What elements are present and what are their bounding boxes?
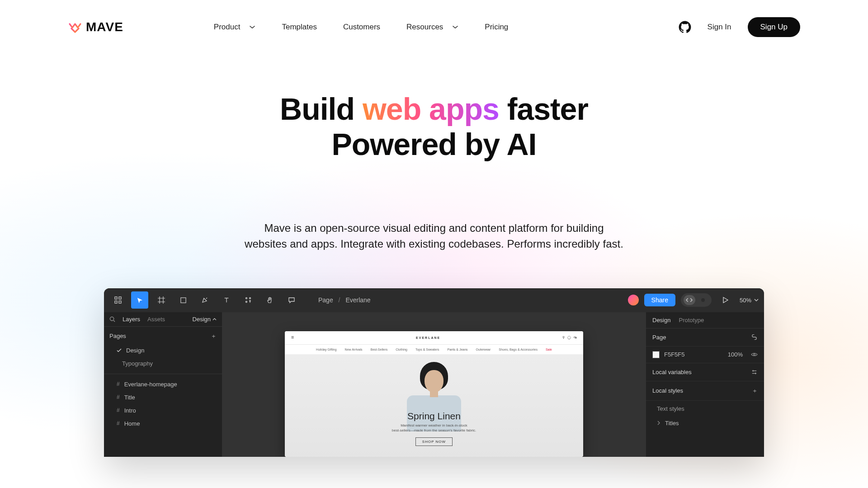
chevron-right-icon xyxy=(657,421,660,425)
chevron-down-icon xyxy=(452,25,458,29)
frame-item[interactable]: # Everlane-homepage xyxy=(104,378,222,391)
layers-tab[interactable]: Layers xyxy=(123,316,140,323)
frame-label: Title xyxy=(124,394,135,401)
nav-label: Resources xyxy=(406,23,443,32)
site-topbar: ☰ EVERLANE ⚲ ◯ 🛍 xyxy=(285,331,583,345)
text-styles-label: Text styles xyxy=(646,401,764,417)
github-icon[interactable] xyxy=(679,21,691,33)
editor-toolbar: Page / Everlane Share 50% xyxy=(104,288,764,312)
svg-point-5 xyxy=(246,298,247,299)
local-styles-label: Local styles xyxy=(652,387,683,394)
avatar[interactable] xyxy=(628,295,639,305)
page-item-design[interactable]: Design xyxy=(104,344,222,357)
frame-icon: # xyxy=(117,381,120,387)
crumb-current: Everlane xyxy=(345,296,370,304)
comment-tool-button[interactable] xyxy=(283,291,300,309)
editor-canvas[interactable]: ☰ EVERLANE ⚲ ◯ 🛍 Holiday GiftingNew Arri… xyxy=(222,312,646,457)
hero-desc-line: Mave is an open-source visual editing an… xyxy=(0,221,868,236)
chevron-up-icon xyxy=(212,318,217,321)
check-icon xyxy=(117,348,122,352)
frame-item[interactable]: # Intro xyxy=(104,404,222,417)
move-tool-button[interactable] xyxy=(131,291,148,309)
color-opacity: 100% xyxy=(728,351,743,358)
eye-icon[interactable] xyxy=(751,352,758,357)
brand-name: MAVE xyxy=(86,20,123,34)
signin-link[interactable]: Sign In xyxy=(708,23,731,32)
editor-preview: Page / Everlane Share 50% xyxy=(104,288,764,457)
hero-line1-part1: Build xyxy=(280,92,363,126)
hero-line2: Powered by AI xyxy=(331,127,536,161)
site-header: MAVE Product Templates Customers Resourc… xyxy=(0,0,868,37)
pages-label: Pages xyxy=(109,333,126,339)
brand-logo[interactable]: MAVE xyxy=(68,20,123,34)
hero-title: Build web apps faster Powered by AI xyxy=(0,91,868,162)
breadcrumb[interactable]: Page / Everlane xyxy=(318,296,371,304)
local-variables-label: Local variables xyxy=(652,369,692,375)
page-label: Typography xyxy=(122,360,153,367)
frame-item[interactable]: # Title xyxy=(104,391,222,404)
search-icon[interactable] xyxy=(109,316,115,322)
resources-tool-button[interactable] xyxy=(240,291,257,309)
add-style-button[interactable]: ＋ xyxy=(752,387,758,395)
hero-highlight: web apps xyxy=(363,92,499,126)
chevron-down-icon xyxy=(754,298,759,302)
site-hero-cta: SHOP NOW xyxy=(415,437,453,446)
page-section-label: Page xyxy=(652,334,666,341)
frame-item[interactable]: # Home xyxy=(104,417,222,430)
share-button[interactable]: Share xyxy=(644,294,675,306)
hero: Build web apps faster Powered by AI Mave… xyxy=(0,91,868,252)
site-subnav-sale: Sale xyxy=(546,348,552,351)
pen-tool-button[interactable] xyxy=(196,291,213,309)
nav-resources[interactable]: Resources xyxy=(406,23,458,32)
svg-point-6 xyxy=(250,298,251,299)
nav-customers[interactable]: Customers xyxy=(343,23,380,32)
zoom-control[interactable]: 50% xyxy=(740,297,759,304)
page-fill-row[interactable]: F5F5F5 100% xyxy=(646,347,764,363)
hero-desc-line: websites and apps. Integrate with existi… xyxy=(0,236,868,252)
svg-point-8 xyxy=(701,298,705,302)
design-tab[interactable]: Design xyxy=(652,317,670,324)
design-panel: Design Prototype Page F5F5F5 100% Local … xyxy=(646,312,764,457)
nav-templates[interactable]: Templates xyxy=(282,23,316,32)
color-hex: F5F5F5 xyxy=(664,351,685,358)
hand-tool-button[interactable] xyxy=(261,291,278,309)
frame-label: Intro xyxy=(124,407,136,414)
svg-point-10 xyxy=(754,354,755,356)
frame-icon: # xyxy=(117,394,120,400)
site-subnav: Holiday GiftingNew ArrivalsBest-SellersC… xyxy=(285,345,583,355)
layers-panel: Layers Assets Design Pages ＋ Design Typo… xyxy=(104,312,222,457)
frame-icon: # xyxy=(117,407,120,413)
site-brand: EVERLANE xyxy=(416,336,440,339)
assets-tab[interactable]: Assets xyxy=(147,316,165,323)
play-button[interactable] xyxy=(717,291,734,309)
svg-point-7 xyxy=(246,301,247,303)
site-hero-title: Spring Linen xyxy=(285,411,583,422)
frame-label: Home xyxy=(124,420,140,427)
signup-button[interactable]: Sign Up xyxy=(748,17,800,37)
nav-product[interactable]: Product xyxy=(214,23,256,32)
style-group-titles[interactable]: Titles xyxy=(646,417,764,430)
shape-tool-button[interactable] xyxy=(175,291,192,309)
prototype-tab[interactable]: Prototype xyxy=(679,317,704,324)
design-dropdown[interactable]: Design xyxy=(193,316,217,323)
link-icon[interactable] xyxy=(751,334,758,340)
nav-label: Product xyxy=(214,23,241,32)
menu-grid-icon[interactable] xyxy=(109,291,127,309)
frame-tool-button[interactable] xyxy=(153,291,170,309)
crumb-separator: / xyxy=(339,296,340,304)
main-nav: Product Templates Customers Resources Pr… xyxy=(214,23,509,32)
text-tool-button[interactable] xyxy=(218,291,235,309)
add-page-button[interactable]: ＋ xyxy=(211,332,217,340)
nav-pricing[interactable]: Pricing xyxy=(485,23,508,32)
hero-description: Mave is an open-source visual editing an… xyxy=(0,221,868,252)
style-group-label: Titles xyxy=(665,420,679,427)
canvas-frame: ☰ EVERLANE ⚲ ◯ 🛍 Holiday GiftingNew Arri… xyxy=(285,331,583,457)
settings-icon[interactable] xyxy=(751,369,758,375)
page-item-typography[interactable]: Typography xyxy=(104,357,222,370)
svg-rect-4 xyxy=(180,298,185,303)
site-hero-subtitle: Manifest warmer weather in back-in-stock… xyxy=(285,423,583,433)
frame-label: Everlane-homepage xyxy=(124,381,177,388)
nav-label: Customers xyxy=(343,23,380,32)
dev-mode-toggle[interactable] xyxy=(681,293,712,307)
svg-rect-1 xyxy=(119,297,121,299)
